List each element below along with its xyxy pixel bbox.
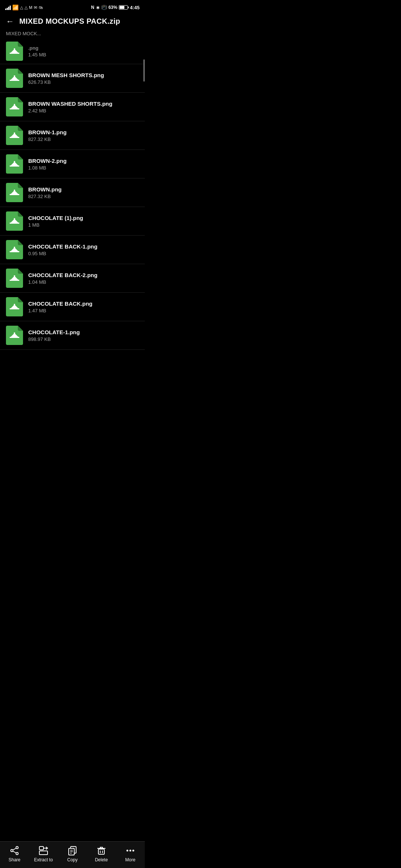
file-icon: [6, 297, 23, 316]
file-icon: [6, 211, 23, 231]
file-icon: [6, 154, 23, 174]
svg-point-23: [14, 247, 15, 248]
file-info: BROWN.png 827.32 KB: [28, 186, 139, 199]
file-size: 827.32 KB: [28, 137, 139, 142]
nfc-icon: N: [91, 5, 94, 10]
file-name: CHOCOLATE (1).png: [28, 215, 139, 221]
file-name: BROWN-2.png: [28, 158, 139, 164]
file-name: CHOCOLATE BACK.png: [28, 300, 139, 307]
wifi-icon: 📶: [12, 4, 19, 10]
file-icon: [6, 69, 23, 88]
svg-point-17: [14, 190, 15, 191]
svg-rect-27: [10, 308, 19, 309]
breadcrumb: MIXED MOCK...: [0, 31, 145, 40]
file-size: 827.32 KB: [28, 194, 139, 199]
signal-icon: [5, 5, 11, 10]
file-list: .png 1.45 MB BROWN MESH SHORTS.png 626.7…: [0, 40, 145, 379]
file-info: BROWN WASHED SHORTS.png 2.42 MB: [28, 101, 139, 114]
file-info: CHOCOLATE-1.png 898.97 KB: [28, 329, 139, 342]
file-name: CHOCOLATE BACK-1.png: [28, 243, 139, 250]
file-info: CHOCOLATE BACK-2.png 1.04 MB: [28, 272, 139, 285]
file-size: 1.04 MB: [28, 279, 139, 285]
file-info: .png 1.45 MB: [28, 45, 139, 57]
battery-percent: 63%: [108, 5, 117, 10]
svg-rect-0: [10, 53, 19, 54]
svg-rect-21: [10, 251, 19, 252]
file-name: BROWN.png: [28, 186, 139, 193]
status-bar: 📶 △ △ M ✉ 🛍 N ∗ 📳 63% 4:45: [0, 0, 145, 13]
file-info: BROWN MESH SHORTS.png 626.73 KB: [28, 72, 139, 85]
bluetooth-icon: ∗: [96, 5, 100, 10]
time: 4:45: [130, 5, 140, 10]
svg-rect-12: [10, 165, 19, 167]
file-size: 1.45 MB: [28, 52, 139, 57]
file-icon: [6, 42, 23, 61]
file-icon: [6, 97, 23, 116]
file-size: 1.47 MB: [28, 308, 139, 313]
file-icon: [6, 183, 23, 202]
svg-point-14: [14, 161, 15, 162]
file-info: CHOCOLATE BACK.png 1.47 MB: [28, 300, 139, 313]
list-item[interactable]: CHOCOLATE-1.png 898.97 KB: [0, 321, 145, 350]
list-item[interactable]: CHOCOLATE BACK.png 1.47 MB: [0, 293, 145, 321]
svg-rect-15: [10, 194, 19, 195]
svg-point-2: [14, 48, 15, 50]
file-info: BROWN-2.png 1.08 MB: [28, 158, 139, 171]
file-size: 2.42 MB: [28, 108, 139, 114]
back-button[interactable]: ←: [6, 17, 14, 26]
svg-point-11: [14, 132, 15, 134]
file-info: BROWN-1.png 827.32 KB: [28, 129, 139, 142]
list-item[interactable]: BROWN WASHED SHORTS.png 2.42 MB: [0, 93, 145, 121]
file-size: 0.95 MB: [28, 251, 139, 256]
notification-icon-5: 🛍: [39, 5, 43, 10]
svg-rect-3: [10, 80, 19, 81]
svg-rect-30: [10, 337, 19, 338]
list-item[interactable]: CHOCOLATE (1).png 1 MB: [0, 207, 145, 236]
notification-icon-1: △: [20, 5, 23, 10]
file-name: BROWN WASHED SHORTS.png: [28, 101, 139, 107]
file-info: CHOCOLATE BACK-1.png 0.95 MB: [28, 243, 139, 256]
header: ← MIXED MOCKUPS PACK.zip: [0, 13, 145, 31]
vibrate-icon: 📳: [101, 5, 107, 10]
file-size: 1.08 MB: [28, 165, 139, 171]
file-name: BROWN-1.png: [28, 129, 139, 135]
file-icon: [6, 269, 23, 288]
svg-point-29: [14, 304, 15, 305]
list-item[interactable]: CHOCOLATE BACK-1.png 0.95 MB: [0, 236, 145, 264]
file-icon: [6, 126, 23, 145]
status-right: N ∗ 📳 63% 4:45: [91, 5, 140, 10]
notification-icon-4: ✉: [34, 5, 37, 10]
svg-rect-6: [10, 108, 19, 109]
file-name: CHOCOLATE-1.png: [28, 329, 139, 335]
file-name: BROWN MESH SHORTS.png: [28, 72, 139, 78]
svg-point-32: [14, 332, 15, 334]
notification-icon-3: M: [29, 5, 32, 10]
notification-icon-2: △: [25, 5, 27, 10]
svg-rect-9: [10, 137, 19, 138]
file-name: CHOCOLATE BACK-2.png: [28, 272, 139, 278]
file-icon: [6, 240, 23, 259]
svg-point-8: [14, 104, 15, 105]
file-size: 1 MB: [28, 222, 139, 228]
svg-rect-24: [10, 280, 19, 281]
list-item[interactable]: BROWN-2.png 1.08 MB: [0, 150, 145, 178]
status-left: 📶 △ △ M ✉ 🛍: [5, 4, 43, 10]
svg-rect-18: [10, 223, 19, 224]
list-item[interactable]: .png 1.45 MB: [0, 40, 145, 64]
svg-point-26: [14, 275, 15, 277]
file-size: 626.73 KB: [28, 79, 139, 85]
svg-point-20: [14, 218, 15, 220]
svg-point-5: [14, 75, 15, 77]
scroll-indicator[interactable]: [143, 59, 145, 82]
list-item[interactable]: CHOCOLATE BACK-2.png 1.04 MB: [0, 264, 145, 293]
battery-icon: [119, 5, 128, 10]
list-item[interactable]: BROWN-1.png 827.32 KB: [0, 121, 145, 150]
page-title: MIXED MOCKUPS PACK.zip: [19, 17, 120, 26]
file-name: .png: [28, 45, 139, 51]
list-item[interactable]: BROWN.png 827.32 KB: [0, 178, 145, 207]
file-info: CHOCOLATE (1).png 1 MB: [28, 215, 139, 228]
file-size: 898.97 KB: [28, 336, 139, 342]
list-item[interactable]: BROWN MESH SHORTS.png 626.73 KB: [0, 64, 145, 93]
file-icon: [6, 326, 23, 345]
